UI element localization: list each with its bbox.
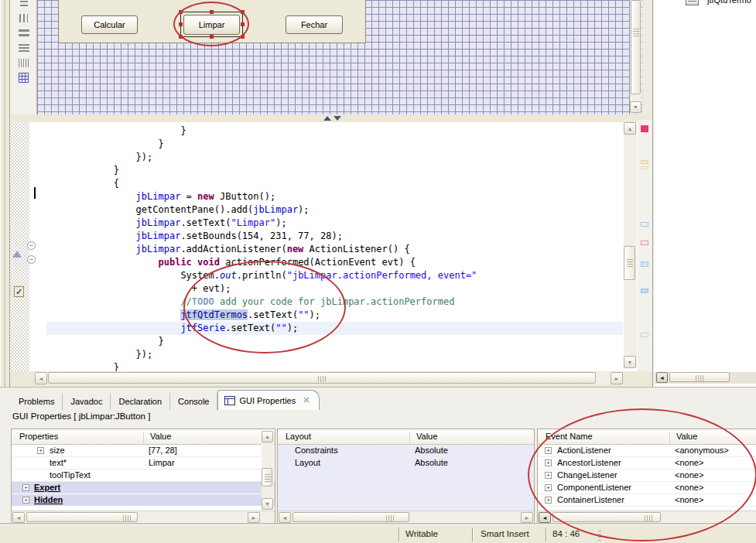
scrollbar-thumb[interactable] [292, 512, 409, 522]
table-horizontal-scrollbar[interactable]: ◄ ► [278, 511, 534, 524]
table-row[interactable]: +ActionListener<anonymous> [538, 445, 756, 457]
code-line[interactable]: } [46, 164, 623, 177]
resize-handle[interactable] [210, 35, 214, 39]
distribute-horizontal-icon[interactable] [19, 14, 28, 22]
chevron-right-icon[interactable]: ► [611, 372, 623, 384]
code-line[interactable]: System.out.println("jbLimpar.actionPerfo… [46, 269, 623, 282]
code-line[interactable]: + evt); [46, 282, 623, 295]
split-arrow-down-icon[interactable] [334, 116, 341, 121]
chevron-left-icon[interactable]: ◄ [12, 512, 25, 523]
designer-button-calcular[interactable]: Calcular [81, 15, 138, 34]
table-row[interactable]: ConstraintsAbsolute [278, 445, 534, 457]
tab-declaration[interactable]: Declaration [111, 393, 170, 410]
plus-expand-icon[interactable]: + [37, 447, 44, 454]
column-header[interactable]: Properties [19, 432, 58, 441]
chevron-left-icon[interactable]: ◄ [539, 512, 551, 523]
column-header[interactable]: Event Name [546, 432, 593, 441]
plus-expand-icon[interactable]: + [545, 484, 552, 491]
occurrence-marker[interactable] [641, 222, 648, 227]
occurrence-marker[interactable] [641, 333, 648, 337]
tab-console[interactable]: Console [170, 393, 217, 410]
task-marker-icon[interactable]: ✓ [14, 286, 24, 297]
table-row[interactable]: +Expert [12, 482, 275, 494]
split-arrow-up-icon[interactable] [323, 116, 331, 121]
code-line[interactable]: } [46, 335, 623, 348]
table-row[interactable]: +ContainerListener<none> [538, 494, 756, 507]
scrollbar-thumb[interactable] [669, 372, 730, 382]
tab-gui-properties[interactable]: GUI Properties✕ [217, 390, 320, 410]
code-line[interactable]: } [46, 138, 623, 151]
scrollbar-thumb[interactable] [48, 372, 596, 384]
selection-box[interactable] [180, 12, 243, 37]
plus-expand-icon[interactable]: + [22, 497, 29, 504]
scrollbar-thumb[interactable] [631, 0, 641, 94]
tab-javadoc[interactable]: Javadoc [63, 393, 111, 410]
occurrence-marker[interactable] [641, 261, 648, 267]
code-line[interactable]: { [46, 177, 623, 190]
chevron-up-icon[interactable]: ▲ [624, 122, 636, 135]
table-row[interactable]: +AncestorListener<none> [538, 457, 756, 470]
align-tool-icon[interactable] [20, 0, 28, 6]
occurrence-marker[interactable] [641, 160, 648, 164]
occurrence-marker[interactable] [641, 166, 648, 169]
plus-expand-icon[interactable]: + [545, 497, 552, 504]
table-horizontal-scrollbar[interactable]: ◄ [538, 511, 756, 524]
form-designer-canvas[interactable]: CalcularLimparFechar ▼ [37, 0, 642, 114]
scrollbar-thumb[interactable] [624, 246, 635, 280]
plus-expand-icon[interactable]: + [545, 459, 552, 466]
code-line[interactable]: jbLimpar = new JButton(); [46, 190, 623, 203]
chevron-right-icon[interactable]: ► [521, 512, 533, 523]
chevron-down-icon[interactable]: ▼ [624, 356, 636, 368]
code-line[interactable]: }); [46, 348, 623, 361]
split-sash[interactable] [10, 114, 652, 122]
resize-handle[interactable] [241, 22, 245, 26]
table-row[interactable]: toolTipText [12, 470, 275, 482]
column-header[interactable]: Value [143, 432, 171, 443]
code-line[interactable]: //TODO add your code for jbLimpar.action… [46, 295, 623, 309]
table-row[interactable]: text*Limpar [12, 457, 275, 470]
resize-handle[interactable] [179, 22, 183, 26]
distribute-vertical-icon[interactable] [19, 43, 29, 52]
chevron-down-icon[interactable]: ▼ [630, 101, 641, 113]
designer-button-fechar[interactable]: Fechar [286, 15, 343, 34]
code-line[interactable]: }); [46, 151, 623, 164]
scrollbar-thumb[interactable] [262, 468, 272, 487]
code-line[interactable]: } [46, 125, 623, 138]
code-line[interactable]: jbLimpar.setBounds(154, 231, 77, 28); [46, 230, 623, 243]
resize-handle[interactable] [241, 10, 245, 14]
resize-handle[interactable] [210, 10, 214, 14]
occurrence-marker[interactable] [641, 289, 648, 293]
column-header[interactable]: Layout [286, 432, 311, 441]
code-line[interactable]: public void actionPerformed(ActionEvent … [46, 256, 623, 269]
plus-expand-icon[interactable]: + [545, 472, 552, 479]
chevron-left-icon[interactable]: ◄ [279, 512, 291, 523]
tree-horizontal-scrollbar[interactable]: ◄ [655, 372, 756, 384]
code-line[interactable]: jbLimpar.addActionListener(new ActionLis… [46, 243, 623, 256]
table-row[interactable]: LayoutAbsolute [278, 457, 534, 470]
column-header[interactable]: Value [409, 432, 437, 443]
align-middle-icon[interactable] [19, 29, 29, 36]
code-line[interactable]: jtfQtdTermos.setText(""); [46, 309, 623, 322]
fold-collapse-icon[interactable]: − [27, 241, 36, 250]
chevron-left-icon[interactable]: ◄ [35, 372, 47, 384]
resize-handle[interactable] [179, 10, 183, 14]
scrollbar-thumb[interactable] [26, 512, 138, 522]
chevron-down-icon[interactable]: ▼ [262, 498, 273, 510]
code-line[interactable]: getContentPane().add(jbLimpar); [46, 203, 623, 217]
code-line[interactable]: jbLimpar.setText("Limpar"); [46, 217, 623, 230]
chevron-right-icon[interactable]: ► [248, 512, 260, 523]
error-marker[interactable] [641, 125, 648, 132]
code-area[interactable]: } } }); } { jbLimpar = new JButton(); ge… [39, 122, 623, 371]
resize-handle[interactable] [241, 35, 245, 39]
resize-handle[interactable] [179, 35, 183, 39]
tree-item-label[interactable]: jtfQtdTermo [707, 0, 751, 5]
plus-expand-icon[interactable]: + [545, 447, 552, 454]
tab-problems[interactable]: Problems [11, 393, 63, 410]
java-source-editor[interactable]: ✓ − − } } }); } { jbLimpar = new JButton… [10, 122, 652, 371]
table-horizontal-scrollbar[interactable]: ◄ ► [12, 511, 275, 524]
table-vertical-scrollbar[interactable]: ▲ ▼ [262, 431, 274, 510]
scrollbar-thumb[interactable] [552, 512, 661, 522]
table-row[interactable]: +ComponentListener<none> [538, 482, 756, 494]
close-icon[interactable]: ✕ [303, 395, 310, 405]
table-row[interactable]: +Hidden [12, 494, 275, 507]
